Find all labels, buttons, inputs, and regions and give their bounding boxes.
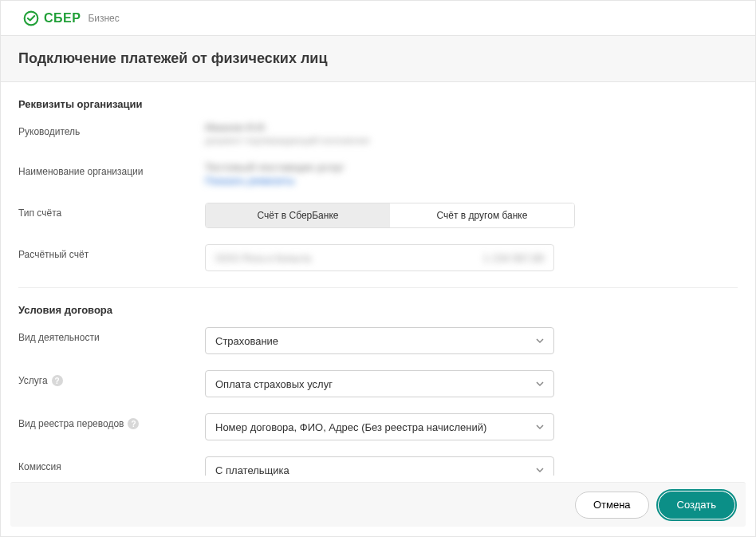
row-activity: Вид деятельности Страхование bbox=[18, 327, 738, 354]
label-account-type: Тип счёта bbox=[18, 203, 205, 219]
logo[interactable]: СБЕР Бизнес bbox=[23, 10, 120, 26]
service-select[interactable]: Оплата страховых услуг bbox=[205, 370, 554, 397]
label-orgname: Наименование организации bbox=[18, 161, 205, 177]
label-activity: Вид деятельности bbox=[18, 327, 205, 343]
activity-select[interactable]: Страхование bbox=[205, 327, 554, 354]
value-leader: Иванов И.И. документ подтверждающий полн… bbox=[205, 121, 554, 145]
row-commission: Комиссия С плательщика В соответствии с … bbox=[18, 456, 738, 476]
topbar: СБЕР Бизнес bbox=[1, 1, 755, 36]
orgname-link-blurred[interactable]: Показать реквизиты bbox=[205, 176, 554, 187]
content: Реквизиты организации Руководитель Ивано… bbox=[1, 82, 755, 476]
account-type-sber[interactable]: Счёт в СберБанке bbox=[206, 203, 390, 227]
row-account-type: Тип счёта Счёт в СберБанке Счёт в другом… bbox=[18, 203, 738, 228]
control-activity: Страхование bbox=[205, 327, 554, 354]
row-account: Расчётный счёт ООО Рога и Копыта 1 234 5… bbox=[18, 244, 738, 271]
label-registry: Вид реестра переводов ? bbox=[18, 413, 205, 429]
label-commission: Комиссия bbox=[18, 456, 205, 472]
leader-name-blurred: Иванов И.И. bbox=[205, 121, 554, 133]
orgname-blurred: Тестовый поставщик услуг bbox=[205, 161, 554, 173]
account-value-blurred: ООО Рога и Копыта bbox=[215, 252, 311, 264]
row-service: Услуга ? Оплата страховых услуг bbox=[18, 370, 738, 397]
control-service: Оплата страховых услуг bbox=[205, 370, 554, 397]
cancel-button[interactable]: Отмена bbox=[575, 492, 649, 519]
account-right-blurred: 1 234 567,89 bbox=[483, 252, 544, 264]
logo-text-main: СБЕР bbox=[44, 11, 81, 26]
row-registry: Вид реестра переводов ? Номер договора, … bbox=[18, 413, 738, 440]
sber-logo-icon bbox=[23, 10, 39, 26]
help-icon[interactable]: ? bbox=[128, 418, 139, 429]
leader-sub-blurred: документ подтверждающий полномочия bbox=[205, 136, 554, 145]
commission-select[interactable]: С плательщика bbox=[205, 456, 554, 476]
help-icon[interactable]: ? bbox=[52, 375, 63, 386]
registry-select[interactable]: Номер договора, ФИО, Адрес (Без реестра … bbox=[205, 413, 554, 440]
section-contract-title: Условия договора bbox=[18, 304, 738, 316]
footer: Отмена Создать bbox=[10, 482, 746, 527]
submit-button[interactable]: Создать bbox=[659, 492, 734, 519]
account-type-other[interactable]: Счёт в другом банке bbox=[390, 203, 574, 227]
account-select-blurred[interactable]: ООО Рога и Копыта 1 234 567,89 bbox=[205, 244, 554, 271]
row-orgname: Наименование организации Тестовый постав… bbox=[18, 161, 738, 187]
label-leader: Руководитель bbox=[18, 121, 205, 137]
page-title: Подключение платежей от физических лиц bbox=[18, 50, 327, 67]
logo-text-sub: Бизнес bbox=[88, 13, 119, 24]
row-leader: Руководитель Иванов И.И. документ подтве… bbox=[18, 121, 738, 145]
label-service: Услуга ? bbox=[18, 370, 205, 386]
page-header: Подключение платежей от физических лиц bbox=[1, 36, 755, 82]
account-type-segmented: Счёт в СберБанке Счёт в другом банке bbox=[205, 203, 575, 228]
label-account: Расчётный счёт bbox=[18, 244, 205, 260]
control-registry: Номер договора, ФИО, Адрес (Без реестра … bbox=[205, 413, 554, 440]
app-window: СБЕР Бизнес Подключение платежей от физи… bbox=[0, 0, 756, 537]
value-orgname: Тестовый поставщик услуг Показать реквиз… bbox=[205, 161, 554, 187]
divider bbox=[18, 287, 738, 288]
control-account-type: Счёт в СберБанке Счёт в другом банке bbox=[205, 203, 575, 228]
section-org-title: Реквизиты организации bbox=[18, 98, 738, 110]
control-account: ООО Рога и Копыта 1 234 567,89 bbox=[205, 244, 554, 271]
control-commission: С плательщика В соответствии с тарифами … bbox=[205, 456, 554, 476]
